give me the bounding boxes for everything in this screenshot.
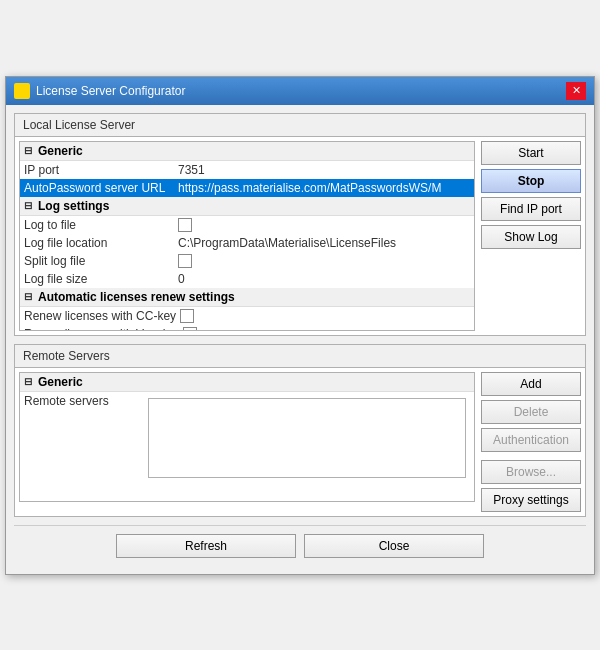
split-log-row[interactable]: Split log file — [20, 252, 474, 270]
local-server-buttons: Start Stop Find IP port Show Log — [481, 141, 581, 331]
remote-servers-content: ⊟ Generic Remote servers Add Delete Auth… — [15, 368, 585, 516]
local-server-group: Local License Server ⊟ Generic IP port 7… — [14, 113, 586, 336]
ip-port-label: IP port — [24, 163, 174, 177]
remote-servers-label: Remote servers — [24, 394, 144, 482]
log-to-file-checkbox[interactable] — [178, 218, 192, 232]
log-settings-label: Log settings — [38, 199, 109, 213]
log-size-label: Log file size — [24, 272, 174, 286]
renew-cc-row[interactable]: Renew licenses with CC-key — [20, 307, 474, 325]
remote-list: ⊟ Generic Remote servers — [19, 372, 475, 502]
remote-servers-value[interactable] — [148, 398, 466, 478]
generic-section-label: Generic — [38, 144, 83, 158]
split-log-checkbox[interactable] — [178, 254, 192, 268]
log-to-file-row[interactable]: Log to file — [20, 216, 474, 234]
remote-generic-label: Generic — [38, 375, 83, 389]
autopassword-value: https://pass.materialise.com/MatPassword… — [178, 181, 470, 195]
window-title: License Server Configurator — [36, 84, 185, 98]
remote-servers-row: Remote servers — [20, 392, 474, 484]
generic-section-header: ⊟ Generic — [20, 142, 474, 161]
delete-button[interactable]: Delete — [481, 400, 581, 424]
property-tree[interactable]: ⊟ Generic IP port 7351 AutoPassword serv… — [19, 141, 475, 331]
close-button[interactable]: Close — [304, 534, 484, 558]
log-size-value: 0 — [178, 272, 470, 286]
authentication-button[interactable]: Authentication — [481, 428, 581, 452]
start-button[interactable]: Start — [481, 141, 581, 165]
local-server-layout: ⊟ Generic IP port 7351 AutoPassword serv… — [19, 141, 581, 331]
remote-area-layout: ⊟ Generic Remote servers Add Delete Auth… — [19, 372, 581, 512]
renew-vouch-checkbox[interactable] — [183, 327, 197, 331]
log-settings-header: ⊟ Log settings — [20, 197, 474, 216]
log-size-row[interactable]: Log file size 0 — [20, 270, 474, 288]
proxy-settings-button[interactable]: Proxy settings — [481, 488, 581, 512]
close-window-button[interactable]: ✕ — [566, 82, 586, 100]
title-bar: License Server Configurator ✕ — [6, 77, 594, 105]
log-file-location-value: C:\ProgramData\Materialise\LicenseFiles — [178, 236, 470, 250]
renew-vouch-row[interactable]: Renew licenses with Vouch... — [20, 325, 474, 331]
log-expand-icon[interactable]: ⊟ — [24, 200, 36, 211]
remote-servers-title: Remote Servers — [15, 345, 585, 368]
show-log-button[interactable]: Show Log — [481, 225, 581, 249]
split-log-label: Split log file — [24, 254, 174, 268]
renew-cc-checkbox[interactable] — [180, 309, 194, 323]
refresh-button[interactable]: Refresh — [116, 534, 296, 558]
remote-server-buttons: Add Delete Authentication Browse... Prox… — [481, 372, 581, 512]
app-icon — [14, 83, 30, 99]
auto-renew-header: ⊟ Automatic licenses renew settings — [20, 288, 474, 307]
log-file-location-label: Log file location — [24, 236, 174, 250]
local-server-title: Local License Server — [15, 114, 585, 137]
add-button[interactable]: Add — [481, 372, 581, 396]
browse-button[interactable]: Browse... — [481, 460, 581, 484]
ip-port-value: 7351 — [178, 163, 470, 177]
stop-button[interactable]: Stop — [481, 169, 581, 193]
generic-expand-icon[interactable]: ⊟ — [24, 145, 36, 156]
auto-renew-label: Automatic licenses renew settings — [38, 290, 235, 304]
log-file-location-row[interactable]: Log file location C:\ProgramData\Materia… — [20, 234, 474, 252]
main-content: Local License Server ⊟ Generic IP port 7… — [6, 105, 594, 574]
remote-expand-icon[interactable]: ⊟ — [24, 376, 36, 387]
main-window: License Server Configurator ✕ Local Lice… — [5, 76, 595, 575]
ip-port-row[interactable]: IP port 7351 — [20, 161, 474, 179]
renew-cc-label: Renew licenses with CC-key — [24, 309, 176, 323]
log-to-file-label: Log to file — [24, 218, 174, 232]
find-ip-port-button[interactable]: Find IP port — [481, 197, 581, 221]
remote-servers-group: Remote Servers ⊟ Generic Remote servers — [14, 344, 586, 517]
local-server-content: ⊟ Generic IP port 7351 AutoPassword serv… — [15, 137, 585, 335]
remote-generic-header: ⊟ Generic — [20, 373, 474, 392]
autopassword-label: AutoPassword server URL — [24, 181, 174, 195]
autopassword-row[interactable]: AutoPassword server URL https://pass.mat… — [20, 179, 474, 197]
title-bar-left: License Server Configurator — [14, 83, 185, 99]
auto-renew-expand-icon[interactable]: ⊟ — [24, 291, 36, 302]
renew-vouch-label: Renew licenses with Vouch... — [24, 327, 179, 331]
footer-bar: Refresh Close — [14, 525, 586, 566]
